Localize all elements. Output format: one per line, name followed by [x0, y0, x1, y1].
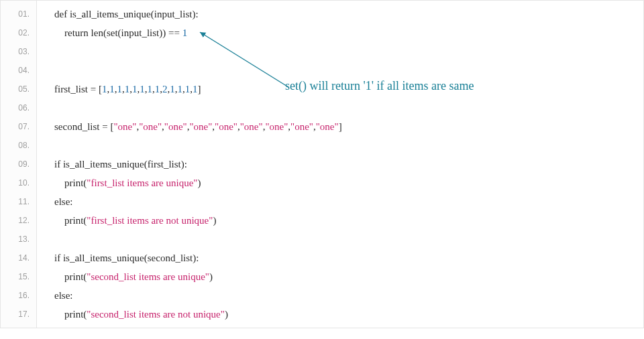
colon: : [195, 9, 198, 19]
number-literal: 1 [117, 84, 122, 94]
code-line: else: [54, 192, 643, 211]
line-number: 02. [1, 23, 36, 42]
string-literal: "first_list items are not unique" [87, 215, 213, 226]
line-number: 15. [1, 267, 36, 286]
code-line: else: [54, 286, 643, 305]
string-literal: "one" [265, 121, 288, 132]
code-line [54, 98, 643, 117]
line-number: 08. [1, 136, 36, 155]
code-line [54, 61, 643, 80]
keyword-return: return [64, 27, 89, 38]
number-literal: 1 [182, 27, 188, 38]
keyword-else: else [54, 290, 70, 301]
code-line: print("second_list items are not unique"… [54, 305, 643, 324]
number-literal: 1 [177, 84, 182, 94]
keyword-if: if [54, 253, 60, 263]
line-number: 13. [1, 230, 36, 249]
keyword-else: else [54, 196, 70, 207]
string-literal: "one" [164, 121, 187, 132]
line-number: 01. [1, 5, 36, 23]
builtin-print: print [64, 309, 83, 320]
string-literal: "one" [316, 121, 339, 132]
code-line: second_list = ["one","one","one","one","… [54, 117, 643, 136]
code-line [54, 136, 643, 155]
code-line: def is_all_items_unique(input_list): [54, 5, 643, 23]
code-area: def is_all_items_unique(input_list): ret… [37, 1, 643, 328]
line-number: 17. [1, 305, 36, 324]
line-number: 16. [1, 286, 36, 305]
string-literal: "one" [290, 121, 313, 132]
builtin-print: print [64, 215, 83, 226]
code-line: print("second_list items are unique") [54, 267, 643, 286]
line-number: 14. [1, 249, 36, 267]
number-literal: 1 [170, 84, 175, 94]
builtin-set: set [107, 27, 118, 38]
line-number: 05. [1, 80, 36, 98]
code-line: return len(set(input_list)) == 1 [54, 23, 643, 42]
line-number: 07. [1, 117, 36, 136]
builtin-print: print [64, 271, 83, 282]
string-literal: "one" [189, 121, 212, 132]
number-literal: 1 [140, 84, 145, 94]
number-literal: 1 [109, 84, 115, 94]
code-line: print("first_list items are not unique") [54, 211, 643, 230]
line-number: 11. [1, 192, 36, 211]
line-number: 03. [1, 42, 36, 61]
function-name: is_all_items_unique [70, 9, 151, 19]
code-line: print("first_list items are unique") [54, 174, 643, 192]
line-number: 09. [1, 155, 36, 174]
code-line [54, 230, 643, 249]
line-number: 04. [1, 61, 36, 80]
string-literal: "second_list items are not unique" [87, 309, 225, 320]
string-literal: "second_list items are unique" [87, 271, 209, 282]
keyword-def: def [54, 9, 67, 19]
code-line [54, 42, 643, 61]
string-literal: "one" [240, 121, 263, 132]
string-literal: "first_list items are unique" [87, 178, 197, 188]
keyword-if: if [54, 159, 60, 170]
code-line: if is_all_items_unique(first_list): [54, 155, 643, 174]
code-block: 01. 02. 03. 04. 05. 06. 07. 08. 09. 10. … [0, 0, 644, 328]
line-number: 06. [1, 98, 36, 117]
line-number: 10. [1, 174, 36, 192]
code-line: if is_all_items_unique(second_list): [54, 249, 643, 267]
line-number: 12. [1, 211, 36, 230]
number-literal: 1 [147, 84, 152, 94]
string-literal: "one" [113, 121, 136, 132]
param: input_list [154, 9, 193, 19]
string-literal: "one" [139, 121, 162, 132]
string-literal: "one" [215, 121, 237, 132]
line-number-gutter: 01. 02. 03. 04. 05. 06. 07. 08. 09. 10. … [1, 1, 37, 328]
code-line: first_list = [1,1,1,1,1,1,1,1,2,1,1,1,1] [54, 80, 643, 98]
builtin-len: len [91, 27, 103, 38]
builtin-print: print [64, 178, 83, 188]
